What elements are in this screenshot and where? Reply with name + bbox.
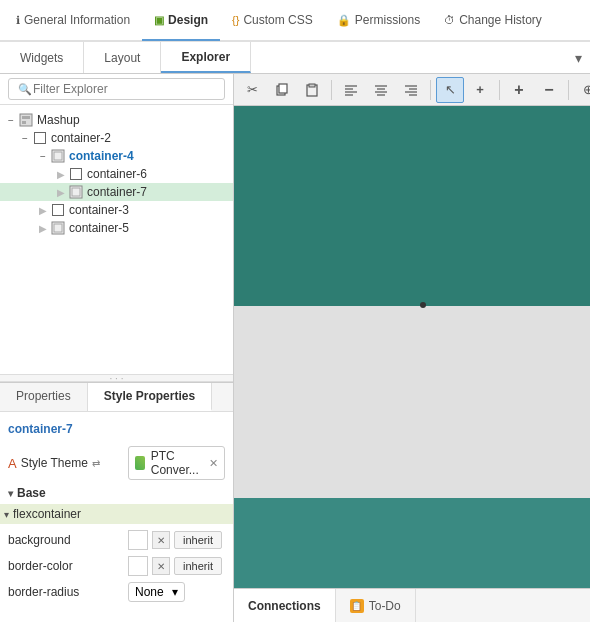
- section-base[interactable]: ▾ Base: [8, 486, 225, 500]
- copy-button[interactable]: [268, 77, 296, 103]
- tree-item-container-4[interactable]: − container-4: [0, 147, 233, 165]
- border-radius-select[interactable]: None ▾: [128, 582, 185, 602]
- element-name: container-7: [8, 420, 225, 438]
- filter-bar: 🔍: [0, 74, 233, 105]
- svg-rect-2: [22, 121, 26, 124]
- sep-1: [331, 80, 332, 100]
- background-inherit-btn[interactable]: inherit: [174, 531, 222, 549]
- nav-design[interactable]: ▣ Design: [142, 1, 220, 41]
- toggle-container-2[interactable]: −: [18, 133, 32, 144]
- align-left-button[interactable]: [337, 77, 365, 103]
- add-button[interactable]: +: [466, 77, 494, 103]
- align-center-button[interactable]: [367, 77, 395, 103]
- dropdown-chevron-icon: ▾: [172, 585, 178, 599]
- nav-change-history-label: Change History: [459, 13, 542, 27]
- nav-permissions[interactable]: 🔒 Permissions: [325, 1, 432, 41]
- cut-button[interactable]: ✂: [238, 77, 266, 103]
- border-color-swatch[interactable]: [128, 556, 148, 576]
- main-layout: 🔍 − Mashup − container-2: [0, 74, 590, 622]
- toggle-container-4[interactable]: −: [36, 151, 50, 162]
- toggle-container-7[interactable]: ▶: [54, 187, 68, 198]
- tree-item-container-7[interactable]: ▶ container-7: [0, 183, 233, 201]
- background-color-swatch[interactable]: [128, 530, 148, 550]
- container6-icon: [68, 167, 84, 181]
- style-theme-row: A Style Theme ⇄ PTC Conver... ✕: [8, 446, 225, 480]
- nav-custom-css-label: Custom CSS: [243, 13, 312, 27]
- border-color-value: ✕ inherit: [128, 556, 225, 576]
- subsection-flexcontainer[interactable]: ▾ flexcontainer: [0, 504, 233, 524]
- container4-icon: [50, 149, 66, 163]
- nav-custom-css[interactable]: {} Custom CSS: [220, 1, 325, 41]
- ptc-value-text: PTC Conver...: [151, 449, 203, 477]
- nav-dropdown[interactable]: ▾: [567, 42, 590, 73]
- nav-design-label: Design: [168, 13, 208, 27]
- bottom-panel: Properties Style Properties container-7 …: [0, 382, 233, 622]
- tab-connections-label: Connections: [248, 599, 321, 613]
- tree-item-container-5[interactable]: ▶ container-5: [0, 219, 233, 237]
- tab-layout[interactable]: Layout: [84, 42, 161, 73]
- tree-label-mashup: Mashup: [37, 113, 80, 127]
- align-right-button[interactable]: [397, 77, 425, 103]
- tab-explorer-label: Explorer: [181, 50, 230, 64]
- border-color-clear-btn[interactable]: ✕: [152, 557, 170, 575]
- tab-connections[interactable]: Connections: [234, 589, 336, 622]
- tree-label-container-4: container-4: [69, 149, 134, 163]
- tab-todo[interactable]: 📋 To-Do: [336, 589, 416, 622]
- svg-rect-1: [22, 116, 30, 119]
- cursor-button[interactable]: ↖: [436, 77, 464, 103]
- ptc-value-box[interactable]: PTC Conver... ✕: [128, 446, 225, 480]
- svg-rect-12: [309, 84, 315, 87]
- background-text: background: [8, 533, 71, 547]
- tree-item-container-2[interactable]: − container-2: [0, 129, 233, 147]
- prop-background: background ✕ inherit: [8, 530, 225, 550]
- canvas-marker: [420, 302, 426, 308]
- subsection-flex-label: flexcontainer: [13, 507, 81, 521]
- zoom-in-button[interactable]: +: [505, 77, 533, 103]
- background-label: background: [8, 533, 128, 547]
- mashup-icon: [18, 113, 34, 127]
- tree-item-mashup[interactable]: − Mashup: [0, 111, 233, 129]
- info-icon: ℹ: [16, 14, 20, 27]
- resize-handle[interactable]: · · ·: [0, 374, 233, 382]
- lock-icon: 🔒: [337, 14, 351, 27]
- canvas-area[interactable]: ▼: [234, 106, 590, 588]
- bottom-content: container-7 A Style Theme ⇄ PTC Conver..…: [0, 412, 233, 622]
- tab-todo-label: To-Do: [369, 599, 401, 613]
- nav-general-info[interactable]: ℹ General Information: [4, 1, 142, 41]
- border-radius-select-text: None: [135, 585, 164, 599]
- tab-widgets[interactable]: Widgets: [0, 42, 84, 73]
- border-color-inherit-btn[interactable]: inherit: [174, 557, 222, 575]
- svg-rect-10: [279, 84, 287, 93]
- design-icon: ▣: [154, 14, 164, 27]
- border-radius-label: border-radius: [8, 585, 128, 599]
- tab-style-properties[interactable]: Style Properties: [88, 383, 212, 411]
- zoom-out-button[interactable]: −: [535, 77, 563, 103]
- canvas-teal-bottom: [234, 498, 590, 588]
- tree-item-container-3[interactable]: ▶ container-3: [0, 201, 233, 219]
- left-panel: 🔍 − Mashup − container-2: [0, 74, 234, 622]
- tab-explorer[interactable]: Explorer: [161, 42, 251, 73]
- background-clear-btn[interactable]: ✕: [152, 531, 170, 549]
- fit-button[interactable]: ⊕: [574, 77, 590, 103]
- nav-general-info-label: General Information: [24, 13, 130, 27]
- ptc-icon: [135, 456, 145, 470]
- bottom-tabs: Properties Style Properties: [0, 383, 233, 412]
- canvas-teal-region: [234, 106, 590, 306]
- style-theme-label: A Style Theme ⇄: [8, 456, 128, 471]
- tree-label-container-2: container-2: [51, 131, 111, 145]
- toggle-container-3[interactable]: ▶: [36, 205, 50, 216]
- toggle-container-5[interactable]: ▶: [36, 223, 50, 234]
- link-icon: ⇄: [92, 458, 100, 469]
- tree-label-container-7: container-7: [87, 185, 147, 199]
- container5-icon: [50, 221, 66, 235]
- sep-2: [430, 80, 431, 100]
- search-input[interactable]: [8, 78, 225, 100]
- close-style-theme[interactable]: ✕: [209, 457, 218, 470]
- top-nav: ℹ General Information ▣ Design {} Custom…: [0, 0, 590, 42]
- nav-change-history[interactable]: ⏱ Change History: [432, 1, 554, 41]
- paste-button[interactable]: [298, 77, 326, 103]
- tree-item-container-6[interactable]: ▶ container-6: [0, 165, 233, 183]
- toggle-container-6[interactable]: ▶: [54, 169, 68, 180]
- tab-properties[interactable]: Properties: [0, 383, 88, 411]
- toggle-mashup[interactable]: −: [4, 115, 18, 126]
